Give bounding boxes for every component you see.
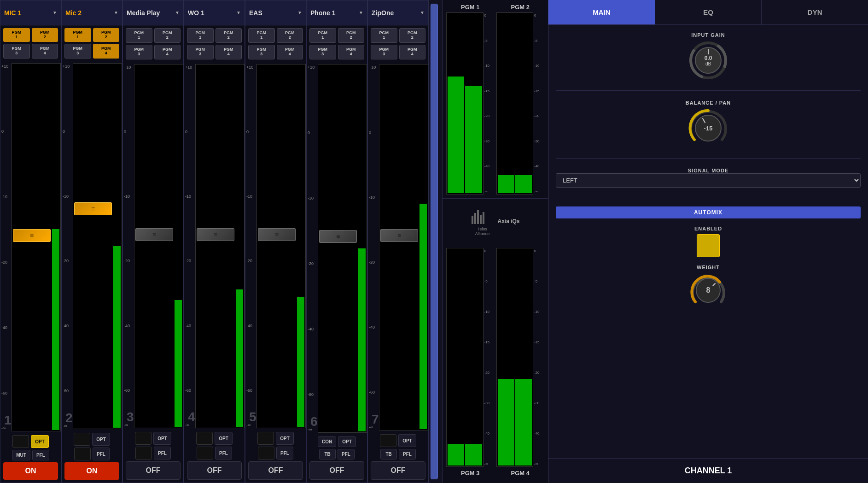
balance-pan-knob-area[interactable]: -15 (687, 107, 729, 149)
ch3-dark-btn[interactable] (135, 447, 152, 459)
ch2-sq-btn[interactable] (74, 433, 90, 446)
ch7-pgm1[interactable]: PGM1 (371, 28, 397, 43)
ch6-pgm2[interactable]: PGM2 (338, 28, 365, 43)
ch1-header[interactable]: MIC 1 ▼ (0, 0, 61, 25)
ch4-header[interactable]: WO 1 ▼ (184, 0, 245, 25)
ch1-pgm1[interactable]: PGM1 (3, 28, 30, 42)
ch5-header[interactable]: EAS ▼ (245, 0, 306, 25)
ch3-opt-btn[interactable]: OPT (153, 432, 171, 445)
ch1-pgm4[interactable]: PGM4 (32, 44, 58, 59)
ch4-on-btn[interactable]: OFF (187, 461, 242, 480)
ch1-dropdown-arrow[interactable]: ▼ (52, 10, 57, 15)
ch5-dark-btn[interactable] (258, 447, 274, 459)
ch7-pgm2[interactable]: PGM2 (399, 28, 426, 43)
ch6-pgm4[interactable]: PGM4 (338, 45, 365, 59)
ch6-pgm1[interactable]: PGM1 (309, 28, 336, 43)
ch1-mut-btn[interactable]: MUT (12, 450, 30, 460)
ch3-sq-btn[interactable] (135, 432, 151, 445)
tab-eq[interactable]: EQ (655, 0, 762, 24)
ch5-pfl-btn[interactable]: PFL (276, 447, 293, 459)
ch4-fader-track[interactable] (195, 64, 245, 428)
ch2-pgm2[interactable]: PGM2 (93, 28, 120, 42)
ch5-sq-btn[interactable] (257, 432, 274, 445)
ch4-pfl-btn[interactable]: PFL (215, 447, 232, 459)
ch2-dark-btn[interactable] (74, 448, 91, 460)
ch5-on-btn[interactable]: OFF (248, 461, 303, 480)
ch6-pgm3[interactable]: PGM3 (309, 45, 336, 59)
ch5-fader-thumb[interactable] (258, 228, 296, 241)
ch3-pgm1[interactable]: PGM1 (126, 28, 152, 43)
ch1-opt-btn[interactable]: OPT (31, 435, 49, 448)
ch4-pgm4[interactable]: PGM4 (216, 45, 242, 59)
ch3-fader-thumb[interactable] (135, 228, 173, 241)
ch6-fader-track[interactable] (318, 64, 367, 433)
ch4-opt-btn[interactable]: OPT (215, 432, 233, 445)
ch6-header[interactable]: Phone 1 ▼ (307, 0, 367, 25)
ch7-tb-btn[interactable]: TB (380, 449, 397, 459)
ch2-header[interactable]: Mic 2 ▼ (62, 0, 122, 25)
ch1-fader-thumb[interactable] (13, 229, 51, 242)
ch7-opt-btn[interactable]: OPT (398, 434, 416, 447)
ch7-header[interactable]: ZipOne ▼ (368, 0, 428, 25)
ch3-header[interactable]: Media Play ▼ (123, 0, 183, 25)
ch7-on-btn[interactable]: OFF (371, 461, 425, 480)
ch4-pgm3[interactable]: PGM3 (187, 45, 214, 59)
ch3-pgm3[interactable]: PGM3 (126, 45, 152, 59)
ch3-on-btn[interactable]: OFF (126, 461, 181, 480)
ch5-pgm2[interactable]: PGM2 (277, 28, 303, 43)
ch2-fader-thumb[interactable] (74, 202, 112, 215)
weight-knob-area[interactable]: 8 (690, 272, 727, 309)
ch1-pfl-btn[interactable]: PFL (32, 450, 49, 460)
ch3-pgm4[interactable]: PGM4 (154, 45, 181, 59)
ch5-pgm1[interactable]: PGM1 (248, 28, 275, 43)
ch7-pgm3[interactable]: PGM3 (371, 45, 397, 59)
ch3-dropdown-arrow[interactable]: ▼ (175, 10, 180, 15)
ch2-pgm4[interactable]: PGM4 (93, 44, 120, 59)
ch4-pgm1[interactable]: PGM1 (187, 28, 214, 43)
ch5-fader-track[interactable] (256, 64, 306, 428)
ch4-pgm2[interactable]: PGM2 (216, 28, 242, 43)
ch5-pgm3[interactable]: PGM3 (248, 45, 275, 59)
ch5-dropdown-arrow[interactable]: ▼ (297, 10, 302, 15)
automix-enabled-btn[interactable] (697, 234, 720, 257)
ch6-tb-btn[interactable]: TB (319, 449, 336, 459)
ch7-sq-btn[interactable] (380, 434, 396, 447)
ch2-pfl-btn[interactable]: PFL (93, 448, 110, 460)
tab-main[interactable]: MAIN (548, 0, 655, 24)
ch2-opt-btn[interactable]: OPT (92, 433, 110, 446)
ch1-fader-track[interactable] (12, 63, 61, 431)
ch2-on-btn[interactable]: ON (64, 462, 119, 480)
ch6-fader-thumb[interactable] (319, 230, 357, 243)
ch7-fader-thumb[interactable] (380, 229, 418, 242)
ch6-pfl-btn[interactable]: PFL (338, 449, 355, 459)
ch1-pgm3[interactable]: PGM3 (3, 44, 30, 59)
ch6-dropdown-arrow[interactable]: ▼ (359, 10, 363, 15)
ch2-fader-track[interactable] (73, 63, 122, 429)
ch2-dropdown-arrow[interactable]: ▼ (114, 10, 118, 15)
ch2-pgm3[interactable]: PGM3 (64, 44, 91, 59)
ch1-pgm2[interactable]: PGM2 (32, 28, 58, 42)
channel-scrollbar[interactable] (431, 4, 438, 479)
ch1-on-btn[interactable]: ON (3, 462, 58, 480)
ch3-pgm2[interactable]: PGM2 (154, 28, 181, 43)
ch5-opt-btn[interactable]: OPT (276, 432, 294, 445)
ch6-con-btn[interactable]: CON (318, 436, 336, 447)
ch4-fader-thumb[interactable] (197, 228, 234, 241)
signal-mode-select[interactable]: LEFT RIGHT STEREO MONO (556, 173, 861, 188)
ch2-pgm1[interactable]: PGM1 (64, 28, 91, 42)
ch5-pgm4[interactable]: PGM4 (277, 45, 303, 59)
input-gain-knob-area[interactable]: 0.0 dB (687, 40, 729, 81)
ch4-dark-btn[interactable] (197, 447, 213, 459)
ch6-on-btn[interactable]: OFF (309, 461, 364, 480)
ch7-fader-track[interactable] (379, 64, 428, 430)
ch4-dropdown-arrow[interactable]: ▼ (236, 10, 241, 15)
ch7-dropdown-arrow[interactable]: ▼ (420, 10, 425, 15)
ch4-sq-btn[interactable] (196, 432, 213, 445)
ch6-opt-btn[interactable]: OPT (338, 436, 356, 447)
ch1-sq-btn[interactable] (12, 435, 29, 448)
ch7-pgm4[interactable]: PGM4 (399, 45, 426, 59)
ch3-fader-track[interactable] (134, 64, 183, 428)
ch7-pfl-btn[interactable]: PFL (399, 449, 416, 459)
ch3-pfl-btn[interactable]: PFL (154, 447, 171, 459)
tab-dyn[interactable]: DYN (762, 0, 868, 24)
